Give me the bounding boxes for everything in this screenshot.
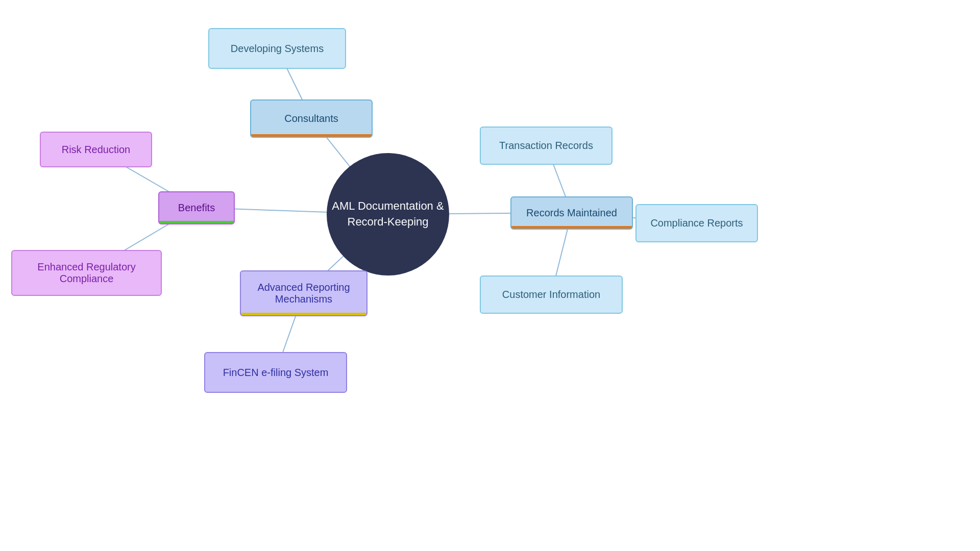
node-enhanced-regulatory[interactable]: Enhanced Regulatory Compliance: [11, 250, 162, 296]
node-benefits-label: Benefits: [178, 202, 215, 214]
node-customer-information-label: Customer Information: [502, 289, 600, 300]
node-compliance-reports-label: Compliance Reports: [650, 217, 743, 229]
node-consultants-label: Consultants: [284, 113, 338, 124]
node-advanced-reporting-label: Advanced Reporting Mechanisms: [257, 282, 350, 305]
node-compliance-reports[interactable]: Compliance Reports: [635, 204, 758, 242]
node-fincen-label: FinCEN e-filing System: [223, 367, 329, 379]
node-transaction-records-label: Transaction Records: [499, 140, 593, 152]
node-transaction-records[interactable]: Transaction Records: [480, 127, 612, 165]
node-consultants[interactable]: Consultants: [250, 99, 373, 138]
benefits-accent: [159, 221, 234, 223]
consultants-accent: [251, 134, 372, 137]
node-benefits[interactable]: Benefits: [158, 191, 235, 224]
node-developing-systems[interactable]: Developing Systems: [208, 28, 346, 69]
node-fincen[interactable]: FinCEN e-filing System: [204, 352, 347, 393]
node-customer-information[interactable]: Customer Information: [480, 276, 623, 314]
node-records-maintained[interactable]: Records Maintained: [510, 196, 633, 230]
records-maintained-accent: [511, 226, 632, 229]
node-advanced-reporting[interactable]: Advanced Reporting Mechanisms: [240, 270, 368, 316]
node-developing-systems-label: Developing Systems: [231, 43, 324, 55]
node-enhanced-regulatory-label: Enhanced Regulatory Compliance: [37, 261, 135, 285]
node-risk-reduction[interactable]: Risk Reduction: [40, 132, 152, 167]
center-label: AML Documentation & Record-Keeping: [332, 198, 444, 230]
advanced-reporting-accent: [241, 313, 366, 315]
center-node: AML Documentation & Record-Keeping: [327, 153, 449, 276]
node-records-maintained-label: Records Maintained: [526, 207, 617, 219]
node-risk-reduction-label: Risk Reduction: [62, 144, 131, 156]
